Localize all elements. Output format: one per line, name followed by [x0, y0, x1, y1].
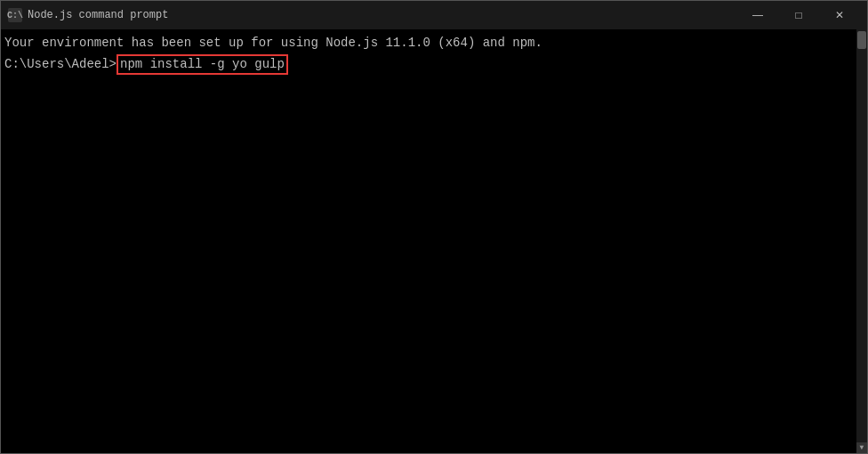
scrollbar-thumb[interactable] [857, 31, 866, 49]
window-title: Node.js command prompt [28, 9, 737, 21]
output-line-1: Your environment has been set up for usi… [4, 35, 864, 53]
title-bar: C:\ Node.js command prompt — □ ✕ [1, 1, 867, 29]
window: C:\ Node.js command prompt — □ ✕ Your en… [0, 0, 868, 454]
window-controls: — □ ✕ [737, 1, 860, 29]
prompt-line: C:\Users\Adeel>npm install -g yo gulp [4, 54, 864, 76]
minimize-button[interactable]: — [737, 1, 778, 29]
scrollbar[interactable]: ▼ [856, 29, 867, 453]
command-text: npm install -g yo gulp [117, 54, 288, 76]
scrollbar-down-arrow[interactable]: ▼ [856, 442, 867, 453]
prompt-prefix: C:\Users\Adeel> [4, 56, 117, 74]
close-button[interactable]: ✕ [819, 1, 860, 29]
maximize-button[interactable]: □ [778, 1, 819, 29]
app-icon: C:\ [8, 8, 22, 22]
terminal-body[interactable]: Your environment has been set up for usi… [1, 29, 867, 453]
